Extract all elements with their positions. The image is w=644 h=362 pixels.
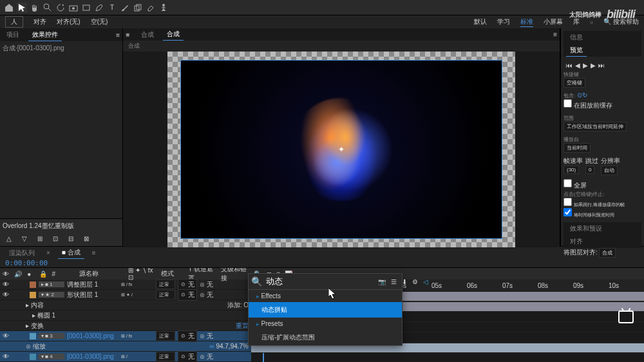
composition-canvas[interactable]: ✦ bbox=[180, 60, 502, 239]
layer-sub-content[interactable]: ▸ 内容添加: O bbox=[0, 300, 251, 310]
menu-align-mode[interactable]: 对齐(无) bbox=[57, 17, 80, 26]
transparency-grid: ✦ bbox=[167, 52, 515, 247]
fx-download-icon[interactable]: ⬇ bbox=[402, 278, 407, 285]
panel-menu-icon[interactable]: ≡ bbox=[116, 32, 120, 39]
next-frame-icon[interactable]: ▶ bbox=[591, 62, 596, 69]
fx-back-icon[interactable]: ◁ bbox=[423, 278, 428, 285]
loop-icon[interactable]: ↻ bbox=[582, 91, 587, 99]
center-panel: ■ 合成 合成 ≡ 合成 ✦ (46.4%) 二分之一 ▾ ⊞ ◧ ⊡ ⊙ ⊕ … bbox=[122, 28, 560, 246]
fx-search-input[interactable] bbox=[266, 277, 374, 287]
layer-row-4[interactable]: 👁 ▾ ■ 4 [0001-0300].png ⊞ / 正常 ⊙ 无 ⊙ 无 bbox=[0, 352, 251, 362]
overlord-icon-2[interactable]: ▽ bbox=[19, 233, 30, 243]
overlord-title: Overlord 1.24墨忆重制版 bbox=[3, 222, 120, 231]
snap-toggle[interactable]: 人 bbox=[5, 16, 23, 28]
fx-camera-icon[interactable]: 📷 bbox=[378, 278, 386, 285]
overlord-icon-6[interactable]: ⊠ bbox=[81, 233, 91, 243]
svg-point-0 bbox=[44, 4, 49, 9]
top-toolbar: T bbox=[0, 0, 644, 15]
fx-item-motion-tile[interactable]: 动态拼贴 bbox=[249, 302, 402, 318]
rotate-tool-icon[interactable] bbox=[55, 3, 66, 13]
col-mode: 模式 bbox=[161, 269, 183, 278]
fx-list-icon[interactable]: ☰ bbox=[391, 278, 397, 285]
zoom-tool-icon[interactable] bbox=[43, 3, 53, 13]
align-tab[interactable]: 对齐 bbox=[566, 236, 587, 247]
text-tool-icon[interactable]: T bbox=[107, 3, 117, 13]
effects-search-popup: 🔍 📷 ☰ ⬇ ⚙ ◁ ▸ Effects 动态拼贴 ▸ Presets 压缩-… bbox=[248, 273, 402, 346]
hand-tool-icon[interactable] bbox=[30, 3, 40, 13]
prev-frame-icon[interactable]: ◀ bbox=[575, 62, 580, 69]
audio-icon[interactable]: ⊙ bbox=[577, 91, 582, 99]
layer-sub-ellipse[interactable]: ▸ 椭圆 1 bbox=[0, 310, 251, 321]
playfrom-dropdown[interactable]: 当前时间 bbox=[564, 143, 591, 153]
bilibili-logo: bilibili bbox=[607, 8, 635, 21]
tab-comp-1[interactable]: 合成 bbox=[137, 29, 158, 41]
anchor-point-icon: ✦ bbox=[338, 145, 345, 154]
panel-menu-icon[interactable]: ≡ bbox=[553, 31, 557, 38]
pen-tool-icon[interactable] bbox=[94, 3, 104, 13]
current-timecode[interactable]: 0:00:00:00 bbox=[0, 259, 53, 267]
last-frame-icon[interactable]: ⏭ bbox=[598, 62, 605, 69]
brush-tool-icon[interactable] bbox=[120, 3, 130, 13]
layer-sub-scale-3[interactable]: ⊙ 缩放∞ 94.7,94.7% bbox=[0, 341, 251, 352]
note3-checkbox[interactable] bbox=[564, 208, 572, 216]
tab-timeline-comp[interactable]: ■ 合成 bbox=[58, 247, 84, 259]
viewport[interactable]: ✦ bbox=[123, 52, 560, 247]
fullscreen-checkbox[interactable] bbox=[564, 179, 572, 187]
search-icon: 🔍 bbox=[251, 276, 262, 287]
home-icon[interactable] bbox=[4, 3, 14, 13]
svg-rect-3 bbox=[83, 5, 90, 10]
overlord-icon-1[interactable]: △ bbox=[4, 233, 14, 243]
info-tab[interactable]: 信息 bbox=[566, 32, 587, 43]
rect-tool-icon[interactable] bbox=[81, 3, 91, 13]
workspace-small[interactable]: 小屏幕 bbox=[544, 17, 563, 26]
fx-category-effects: ▸ Effects bbox=[249, 290, 402, 302]
tab-render-queue[interactable]: 渲染队列 bbox=[5, 247, 39, 259]
shortcut-dropdown[interactable]: 空格键 bbox=[564, 78, 585, 88]
puppet-tool-icon[interactable] bbox=[158, 3, 169, 13]
layer-sub-transform[interactable]: ▸ 变换重置 bbox=[0, 321, 251, 331]
comp-breadcrumb: 合成 bbox=[123, 41, 560, 52]
left-panel: 项目 效果控件 ≡ 合成·[0001-0300].png Overlord 1.… bbox=[0, 28, 122, 246]
preview-tab[interactable]: 预览 bbox=[566, 44, 587, 57]
clone-tool-icon[interactable] bbox=[133, 3, 143, 13]
overlord-icon-4[interactable]: ⊡ bbox=[50, 233, 61, 243]
menu-empty[interactable]: 空(无) bbox=[91, 17, 108, 26]
overlord-icon-3[interactable]: ⊞ bbox=[35, 233, 45, 243]
workspace-default[interactable]: 默认 bbox=[474, 17, 487, 26]
svg-point-2 bbox=[72, 7, 75, 10]
eraser-tool-icon[interactable] bbox=[146, 3, 156, 13]
fx-item-compress-expand[interactable]: 压缩-扩展动态范围 bbox=[249, 330, 402, 345]
effects-presets-tab[interactable]: 效果和预设 bbox=[566, 223, 606, 234]
col-name: 源名称 bbox=[79, 269, 124, 278]
first-frame-icon[interactable]: ⏮ bbox=[566, 62, 573, 69]
watermark: 太阳鸽鸽棒 bilibili bbox=[569, 8, 635, 21]
svg-point-6 bbox=[162, 4, 165, 6]
res-dropdown[interactable]: 自动 bbox=[601, 166, 618, 175]
select-tool-icon[interactable] bbox=[17, 3, 27, 13]
fps-dropdown[interactable]: (30) bbox=[564, 166, 579, 174]
note2-checkbox[interactable] bbox=[564, 198, 572, 206]
bilibili-tv-icon bbox=[618, 310, 634, 323]
play-icon[interactable]: ▶ bbox=[583, 62, 588, 69]
layer-list: 👁🔊●🔒 # 源名称 ⊞ ✦ ∖ fx ⊡ 模式 T 轨道遮罩 父级和链接 👁 … bbox=[0, 268, 251, 362]
overlord-icon-5[interactable]: ⊟ bbox=[66, 233, 76, 243]
camera-tool-icon[interactable] bbox=[68, 3, 79, 13]
range-dropdown[interactable]: 工作区域按当前时间延伸 bbox=[564, 122, 627, 131]
tab-project[interactable]: 项目 bbox=[3, 29, 23, 41]
skip-dropdown[interactable]: 0 bbox=[585, 166, 594, 174]
fx-gear-icon[interactable]: ⚙ bbox=[412, 278, 418, 285]
menu-align[interactable]: 对齐 bbox=[33, 17, 46, 26]
cache-checkbox[interactable] bbox=[564, 99, 572, 108]
workspace-standard[interactable]: 标准 bbox=[520, 17, 533, 27]
align-to-dropdown[interactable]: 合成 bbox=[599, 248, 616, 258]
tab-effect-controls[interactable]: 效果控件 bbox=[28, 29, 62, 41]
workspace-learn[interactable]: 学习 bbox=[497, 17, 510, 26]
effect-controls-title: 合成·[0001-0300].png bbox=[0, 41, 122, 133]
overlord-panel: Overlord 1.24墨忆重制版 △ ▽ ⊞ ⊡ ⊟ ⊠ bbox=[0, 218, 122, 246]
tab-comp-2[interactable]: 合成 bbox=[163, 28, 184, 41]
watermark-text: 太阳鸽鸽棒 bbox=[569, 10, 601, 19]
layer-row-2[interactable]: 👁 ▾ ★ 2 形状图层 1 ⊞ ✦ / 正常 ⊙ 无 ⊙ 无 bbox=[0, 290, 251, 300]
main-area: 项目 效果控件 ≡ 合成·[0001-0300].png Overlord 1.… bbox=[0, 28, 644, 246]
layer-row-3[interactable]: 👁 ▾ ■ 3 [0001-0300].png ⊞ / fx 正常 ⊙ 无 ⊙ … bbox=[0, 331, 251, 341]
info-panel: 信息 预览 ⏮ ◀ ▶ ▶ ⏭ 快捷键空格键 包含: ⊙↻ 在困放前缓存 范围工… bbox=[560, 28, 644, 246]
